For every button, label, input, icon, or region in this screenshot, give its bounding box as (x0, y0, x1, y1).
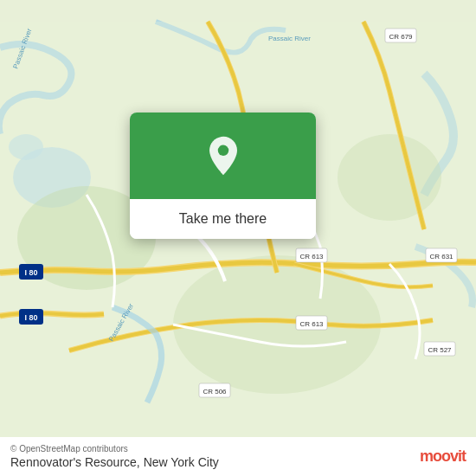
map-container: I 80 I 80 CR 679 CR 613 CR 613 CR 631 CR… (0, 0, 476, 476)
svg-point-5 (338, 134, 441, 221)
location-name: Rennovator's Resource, New York City (10, 455, 466, 469)
svg-text:CR 613: CR 613 (299, 253, 324, 261)
location-pin-icon (203, 135, 244, 177)
svg-text:CR 631: CR 631 (429, 253, 453, 261)
svg-text:I 80: I 80 (24, 268, 37, 277)
bottom-bar: © OpenStreetMap contributors Rennovator'… (0, 437, 476, 476)
svg-text:CR 527: CR 527 (428, 346, 452, 354)
svg-text:I 80: I 80 (24, 313, 37, 322)
moovit-logo: moovit (420, 447, 466, 466)
popup-header (130, 113, 316, 199)
moovit-logo-text: moovit (420, 447, 466, 465)
svg-text:Passaic River: Passaic River (268, 35, 311, 42)
svg-text:CR 613: CR 613 (299, 320, 324, 328)
take-me-there-button[interactable]: Take me there (130, 199, 316, 239)
popup-card: Take me there (130, 113, 316, 239)
svg-point-25 (217, 145, 228, 156)
svg-text:CR 679: CR 679 (389, 33, 413, 41)
osm-credit: © OpenStreetMap contributors (10, 444, 466, 453)
svg-text:CR 506: CR 506 (203, 388, 227, 396)
